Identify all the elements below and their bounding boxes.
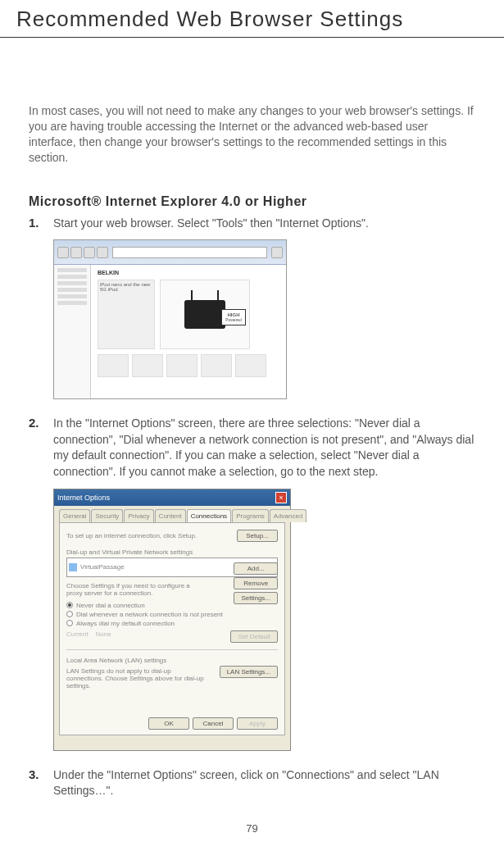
proxy-settings-text: Choose Settings if you need to configure… xyxy=(66,582,206,597)
set-default-button: Set Default xyxy=(230,630,278,643)
dialog-body: To set up an Internet connection, click … xyxy=(59,522,285,735)
brand-logo: BELKIN xyxy=(94,268,283,276)
ipod-promo: iPod nano and the new 5G iPod xyxy=(98,280,155,349)
radio-dial-not-present: Dial whenever a network connection is no… xyxy=(66,611,278,618)
internet-options-screenshot: Internet Options × General Security Priv… xyxy=(53,489,475,751)
page-number: 79 xyxy=(246,822,257,835)
browser-screenshot: BELKIN iPod nano and the new 5G iPod HIG… xyxy=(53,239,475,399)
tab-privacy: Privacy xyxy=(124,509,153,522)
section-subheading: Microsoft® Internet Explorer 4.0 or High… xyxy=(29,194,475,209)
tab-content: Content xyxy=(155,509,186,522)
tab-security: Security xyxy=(91,509,123,522)
browser-sidebar xyxy=(54,265,91,398)
step-text: Start your web browser. Select "Tools" t… xyxy=(53,216,475,232)
radio-always-dial: Always dial my default connection xyxy=(66,620,278,627)
go-button-icon xyxy=(271,247,283,258)
browser-toolbar xyxy=(54,240,286,265)
thumbnail xyxy=(201,354,232,377)
lan-settings-button: LAN Settings... xyxy=(220,666,278,678)
step-number: 3. xyxy=(29,767,53,799)
step-text: Under the "Internet Options" screen, cli… xyxy=(53,767,475,799)
remove-button: Remove xyxy=(234,577,278,589)
address-bar xyxy=(112,247,267,258)
thumbnail xyxy=(98,354,129,377)
step-2: 2. In the "Internet Options" screen, the… xyxy=(29,416,475,480)
ok-button: OK xyxy=(148,717,189,730)
step-1: 1. Start your web browser. Select "Tools… xyxy=(29,216,475,232)
thumbnail xyxy=(166,354,198,377)
router-promo: HIGH Powered xyxy=(160,280,250,349)
setup-button: Setup... xyxy=(237,530,278,542)
close-icon: × xyxy=(275,492,287,503)
dialog-tabs: General Security Privacy Content Connect… xyxy=(54,506,290,522)
lan-text: LAN Settings do not apply to dial-up con… xyxy=(66,667,206,689)
content-area: In most cases, you will not need to make… xyxy=(0,38,504,799)
radio-icon xyxy=(66,611,73,617)
thumbnail xyxy=(235,354,266,377)
lan-group-label: Local Area Network (LAN) settings xyxy=(66,657,278,664)
cancel-button: Cancel xyxy=(193,717,234,730)
page-title: Recommended Web Browser Settings xyxy=(0,0,504,38)
step-text: In the "Internet Options" screen, there … xyxy=(53,416,475,480)
thumbnail xyxy=(132,354,163,377)
radio-icon xyxy=(66,602,73,608)
setup-text: To set up an Internet connection, click … xyxy=(66,532,237,539)
stop-button-icon xyxy=(84,247,95,258)
step-number: 1. xyxy=(29,216,53,232)
tab-advanced: Advanced xyxy=(270,509,307,522)
tab-programs: Programs xyxy=(232,509,269,522)
connection-icon xyxy=(69,563,77,571)
step-number: 2. xyxy=(29,416,53,480)
settings-button: Settings... xyxy=(234,592,278,604)
dialup-group-label: Dial-up and Virtual Private Network sett… xyxy=(66,548,278,556)
add-button: Add... xyxy=(234,562,278,575)
tab-general: General xyxy=(59,509,90,522)
radio-icon xyxy=(66,620,73,626)
apply-button: Apply xyxy=(237,717,278,730)
browser-main: BELKIN iPod nano and the new 5G iPod HIG… xyxy=(91,265,286,398)
forward-button-icon xyxy=(70,247,82,258)
router-icon xyxy=(184,300,225,329)
back-button-icon xyxy=(57,247,69,258)
dialog-title-text: Internet Options xyxy=(57,494,110,502)
intro-paragraph: In most cases, you will not need to make… xyxy=(29,103,475,166)
tab-connections: Connections xyxy=(187,509,231,522)
step-3: 3. Under the "Internet Options" screen, … xyxy=(29,767,475,799)
high-powered-badge: HIGH Powered xyxy=(221,309,246,325)
refresh-button-icon xyxy=(97,247,108,258)
dialog-titlebar: Internet Options × xyxy=(54,489,290,506)
